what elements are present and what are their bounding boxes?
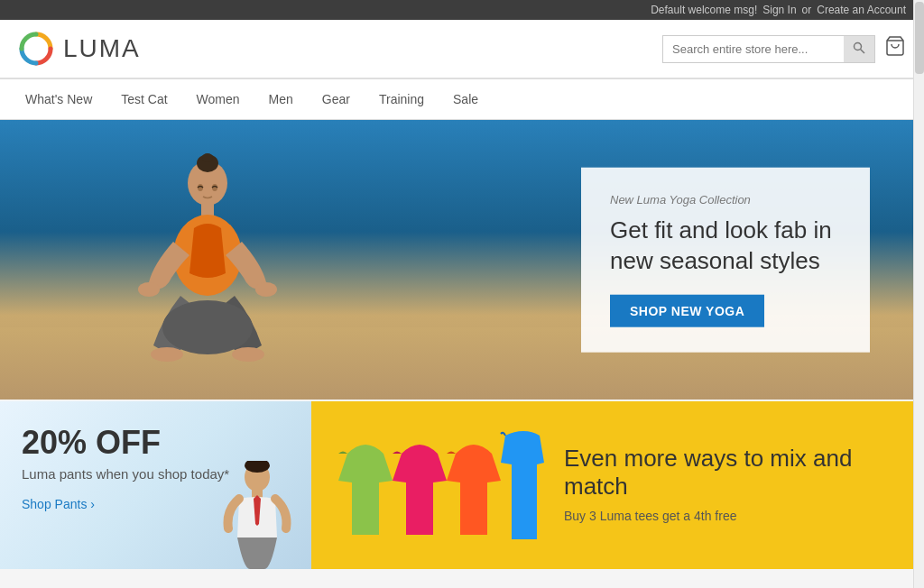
mix-match-description: Buy 3 Luma tees get a 4th free	[564, 508, 897, 526]
tees-svg	[338, 427, 546, 544]
svg-point-9	[138, 282, 160, 297]
svg-point-6	[202, 153, 213, 162]
nav-link-training[interactable]: Training	[365, 79, 439, 119]
svg-line-2	[861, 49, 865, 53]
tees-visual	[338, 427, 546, 544]
nav-link-gear[interactable]: Gear	[308, 79, 365, 119]
discount-percentage: 20% OFF	[22, 427, 290, 459]
main-nav: What's New Test Cat Women Men Gear Train…	[0, 78, 924, 120]
cart-icon	[884, 35, 906, 57]
hero-content-box: New Luma Yoga Collection Get fit and loo…	[581, 168, 870, 353]
scrollbar[interactable]	[913, 0, 924, 569]
shop-new-yoga-button[interactable]: Shop New Yoga	[610, 294, 764, 326]
logo-area: LUMA	[18, 31, 141, 67]
hero-subtitle: New Luma Yoga Collection	[610, 193, 841, 207]
nav-item-women: Women	[182, 79, 254, 119]
search-input[interactable]	[663, 37, 844, 61]
header-right	[662, 35, 906, 63]
nav-link-sale[interactable]: Sale	[439, 79, 493, 119]
hero-banner: New Luma Yoga Collection Get fit and loo…	[0, 120, 924, 400]
nav-item-gear: Gear	[308, 79, 365, 119]
scrollbar-thumb[interactable]	[915, 2, 924, 74]
search-box	[662, 35, 875, 63]
nav-item-men: Men	[254, 79, 308, 119]
search-button[interactable]	[844, 36, 874, 62]
bottom-panels: 20% OFF Luma pants when you shop today* …	[0, 401, 924, 569]
nav-item-training: Training	[365, 79, 439, 119]
yoga-figure-svg	[99, 138, 316, 400]
luma-logo-icon	[18, 31, 54, 67]
man-figure-svg	[212, 461, 302, 569]
panel-right-text: Even more ways to mix and match Buy 3 Lu…	[564, 445, 897, 526]
search-icon	[853, 41, 865, 54]
sign-in-link[interactable]: Sign In	[762, 4, 796, 16]
nav-link-test-cat[interactable]: Test Cat	[106, 79, 181, 119]
nav-item-sale: Sale	[439, 79, 493, 119]
nav-link-whats-new[interactable]: What's New	[11, 79, 106, 119]
svg-point-1	[855, 42, 862, 50]
mix-match-title: Even more ways to mix and match	[564, 445, 897, 501]
nav-list: What's New Test Cat Women Men Gear Train…	[0, 79, 924, 119]
svg-point-10	[255, 282, 277, 297]
or-separator: or	[802, 4, 812, 16]
top-bar: Default welcome msg! Sign In or Create a…	[0, 0, 924, 20]
cart-button[interactable]	[884, 35, 906, 62]
nav-item-whats-new: What's New	[11, 79, 106, 119]
hero-title: Get fit and look fab in new seasonal sty…	[610, 216, 841, 277]
logo-text: LUMA	[63, 34, 141, 63]
svg-point-12	[151, 347, 183, 362]
welcome-message: Default welcome msg!	[651, 4, 757, 16]
svg-point-11	[162, 300, 253, 354]
panel-discount: 20% OFF Luma pants when you shop today* …	[0, 401, 311, 569]
nav-link-women[interactable]: Women	[182, 79, 254, 119]
panel-mix-match: Even more ways to mix and match Buy 3 Lu…	[311, 401, 924, 569]
nav-link-men[interactable]: Men	[254, 79, 308, 119]
header: LUMA	[0, 20, 924, 78]
nav-item-test-cat: Test Cat	[106, 79, 181, 119]
hero-person	[90, 120, 325, 400]
svg-point-13	[232, 347, 264, 362]
create-account-link[interactable]: Create an Account	[817, 4, 906, 16]
shop-pants-link[interactable]: Shop Pants ›	[22, 497, 95, 511]
